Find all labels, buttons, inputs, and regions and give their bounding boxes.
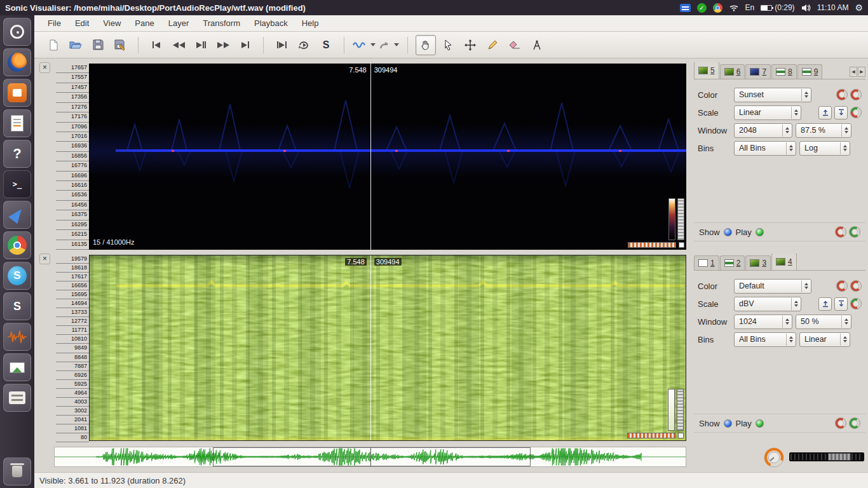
tab-layer-5[interactable]: 5 bbox=[694, 62, 719, 79]
skip-start-button[interactable] bbox=[146, 35, 166, 55]
color-rotation-dial[interactable] bbox=[836, 89, 848, 100]
zoom-reset-box[interactable] bbox=[679, 242, 684, 248]
tab-layer-9[interactable]: 9 bbox=[797, 64, 823, 79]
wifi-icon[interactable] bbox=[729, 4, 739, 11]
playhead-line[interactable] bbox=[370, 255, 371, 440]
vertical-zoom-wheel[interactable] bbox=[677, 198, 684, 240]
menu-item[interactable]: View bbox=[96, 16, 128, 30]
bins-combo[interactable]: All Bins bbox=[734, 332, 796, 347]
show-led-toggle[interactable] bbox=[724, 228, 732, 236]
playback-pan-dial[interactable] bbox=[849, 226, 860, 238]
playback-speed-knob[interactable] bbox=[763, 446, 785, 469]
fast-forward-button[interactable] bbox=[213, 35, 233, 55]
spinner-arrows-icon[interactable] bbox=[791, 298, 800, 310]
spinner-arrows-icon[interactable] bbox=[782, 125, 791, 137]
zoom-reset-box[interactable] bbox=[678, 433, 684, 438]
spinner-arrows-icon[interactable] bbox=[840, 334, 849, 346]
menu-item[interactable]: Layer bbox=[161, 16, 196, 30]
color-combo[interactable]: Sunset bbox=[734, 88, 811, 102]
menu-item[interactable]: Edit bbox=[68, 16, 96, 30]
playback-scale-dropdown[interactable] bbox=[352, 35, 376, 55]
battery-indicator[interactable]: (0:29) bbox=[761, 3, 794, 12]
spinner-arrows-icon[interactable] bbox=[801, 280, 810, 292]
playback-gain-dial[interactable] bbox=[835, 226, 846, 238]
solo-button[interactable]: S bbox=[316, 35, 336, 55]
move-tool-button[interactable] bbox=[460, 35, 480, 55]
navigate-tool-button[interactable] bbox=[416, 35, 436, 55]
bins-combo[interactable]: All Bins bbox=[734, 141, 796, 156]
chrome-indicator-icon[interactable] bbox=[713, 3, 722, 13]
color-rotation-dial[interactable] bbox=[836, 280, 848, 292]
color-gain-dial[interactable] bbox=[850, 89, 862, 100]
spinner-arrows-icon[interactable] bbox=[840, 142, 849, 154]
menu-item[interactable]: Transform bbox=[196, 16, 247, 30]
spinner-arrows-icon[interactable] bbox=[841, 125, 850, 137]
measure-tool-button[interactable] bbox=[527, 35, 547, 55]
close-pane-button[interactable]: × bbox=[39, 254, 50, 264]
normalize-columns-button[interactable] bbox=[818, 106, 832, 119]
bins-scale-combo[interactable]: Log bbox=[799, 141, 850, 156]
tab-layer-4[interactable]: 4 bbox=[771, 254, 797, 270]
menu-item[interactable]: Help bbox=[295, 16, 326, 30]
launcher-item-help[interactable]: ? bbox=[3, 140, 31, 168]
normalize-visible-button[interactable] bbox=[834, 106, 848, 119]
session-gear-icon[interactable]: ⚙ bbox=[855, 3, 863, 12]
launcher-item-text-editor[interactable] bbox=[3, 109, 31, 137]
color-combo[interactable]: Default bbox=[734, 279, 811, 294]
redo-dropdown[interactable] bbox=[378, 35, 400, 55]
launcher-item-app-s[interactable]: S bbox=[3, 292, 31, 320]
tab-layer-7[interactable]: 7 bbox=[745, 64, 771, 79]
play-led-toggle[interactable] bbox=[756, 419, 764, 428]
window-size-combo[interactable]: 1024 bbox=[734, 315, 792, 329]
playback-pan-dial[interactable] bbox=[849, 417, 860, 429]
play-loop-button[interactable] bbox=[294, 35, 314, 55]
spinner-arrows-icon[interactable] bbox=[801, 89, 810, 101]
launcher-item-image-viewer[interactable] bbox=[3, 353, 31, 381]
playhead-line[interactable] bbox=[370, 64, 371, 250]
playback-gain-dial[interactable] bbox=[835, 417, 846, 429]
spinner-arrows-icon[interactable] bbox=[786, 142, 795, 154]
draw-tool-button[interactable] bbox=[482, 35, 503, 55]
tab-layer-1[interactable]: 1 bbox=[694, 255, 719, 270]
keyboard-indicator-icon[interactable] bbox=[680, 4, 691, 12]
launcher-item-dash-home[interactable] bbox=[3, 18, 31, 46]
volume-icon[interactable] bbox=[801, 4, 811, 12]
window-overlap-combo[interactable]: 50 % bbox=[796, 315, 851, 329]
tab-layer-3[interactable]: 3 bbox=[745, 255, 771, 270]
scale-combo[interactable]: dBV bbox=[734, 297, 801, 311]
launcher-item-chrome[interactable] bbox=[3, 231, 31, 259]
tab-scroll-right-button[interactable]: ▶ bbox=[858, 67, 865, 77]
open-file-button[interactable] bbox=[65, 35, 86, 55]
save-as-button[interactable] bbox=[110, 35, 130, 55]
erase-tool-button[interactable] bbox=[505, 35, 525, 55]
menu-item[interactable]: File bbox=[41, 16, 68, 30]
slider-handle[interactable] bbox=[828, 453, 851, 461]
menu-item[interactable]: Pane bbox=[128, 16, 161, 30]
new-file-button[interactable] bbox=[43, 35, 64, 55]
overview-playhead[interactable] bbox=[370, 447, 371, 466]
gain-dial[interactable] bbox=[850, 298, 862, 309]
color-gain-dial[interactable] bbox=[850, 280, 862, 292]
gain-dial[interactable] bbox=[850, 107, 862, 118]
normalize-visible-button[interactable] bbox=[834, 297, 848, 311]
play-selection-button[interactable] bbox=[271, 35, 292, 55]
vertical-zoom-wheel[interactable] bbox=[677, 389, 684, 431]
tab-layer-8[interactable]: 8 bbox=[771, 64, 797, 79]
launcher-item-terminal[interactable]: >_ bbox=[3, 170, 31, 198]
tab-scroll-left-button[interactable]: ◀ bbox=[850, 67, 857, 77]
visible-range-rect[interactable] bbox=[213, 447, 530, 466]
skip-end-button[interactable] bbox=[235, 35, 255, 55]
overview-pane[interactable] bbox=[54, 447, 686, 467]
spinner-arrows-icon[interactable] bbox=[841, 316, 850, 328]
bins-scale-combo[interactable]: Linear bbox=[799, 332, 850, 347]
scale-combo[interactable]: Linear bbox=[734, 105, 801, 120]
launcher-item-archive-manager[interactable] bbox=[3, 384, 31, 412]
window-overlap-combo[interactable]: 87.5 % bbox=[796, 123, 851, 138]
launcher-item-trash[interactable] bbox=[3, 458, 31, 485]
show-led-toggle[interactable] bbox=[724, 419, 732, 428]
language-indicator[interactable]: En bbox=[745, 3, 755, 12]
launcher-item-sonic-visualiser[interactable] bbox=[3, 323, 31, 351]
tab-layer-6[interactable]: 6 bbox=[720, 64, 745, 79]
clock[interactable]: 11:10 AM bbox=[817, 3, 849, 12]
spinner-arrows-icon[interactable] bbox=[782, 316, 791, 328]
